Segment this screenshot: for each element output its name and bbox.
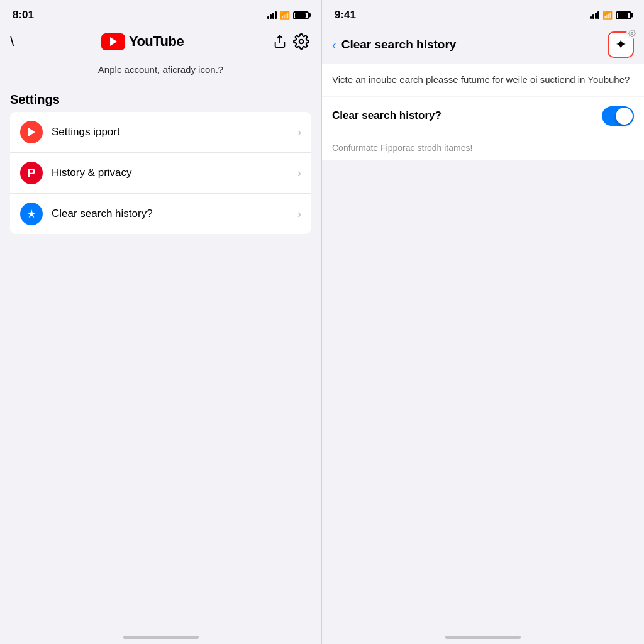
- status-icons-left: 📶: [267, 11, 309, 20]
- share-button[interactable]: [271, 33, 289, 50]
- account-prompt-text: Anplc account, aficrady icon.?: [98, 64, 223, 75]
- description-text: Victe an inoube earch pleasse futume for…: [332, 73, 634, 87]
- clear-search-item-label: Clear search history?: [52, 208, 297, 220]
- chevron-history: ›: [297, 167, 301, 180]
- confirm-section: Confurmate Fipporac strodh itames!: [322, 135, 644, 160]
- clear-search-icon: ★: [20, 203, 43, 225]
- battery-icon-right: [616, 11, 631, 19]
- back-chevron-icon: ‹: [332, 38, 336, 52]
- nav-bar-right: ‹ Clear search history ✦: [322, 26, 644, 64]
- ai-button-wrapper: ✦: [608, 31, 634, 58]
- chevron-settings: ›: [297, 126, 301, 139]
- menu-item-clear-search[interactable]: ★ Clear search history? ›: [10, 194, 311, 234]
- header-right-icons: [271, 31, 311, 52]
- home-bar-left: [123, 636, 199, 639]
- account-prompt: Anplc account, aficrady icon.?: [0, 58, 321, 84]
- gear-button[interactable]: [291, 31, 311, 52]
- status-time-left: 8:01: [13, 9, 34, 21]
- ai-button[interactable]: ✦: [608, 31, 634, 58]
- right-panel: 9:41 📶 ‹ Clear search history ✦: [322, 0, 644, 644]
- left-panel: 8:01 📶 \ YouTube: [0, 0, 322, 644]
- status-bar-left: 8:01 📶: [0, 0, 321, 26]
- status-icons-right: 📶: [590, 11, 631, 20]
- signal-bars-right: [590, 11, 599, 19]
- confirm-text: Confurmate Fipporac strodh itames!: [332, 143, 634, 153]
- settings-section: Settings Settings ipport › P History & p…: [0, 84, 321, 238]
- wifi-icon-left: 📶: [280, 11, 290, 20]
- back-button[interactable]: ‹: [332, 38, 336, 52]
- left-spacer: [0, 238, 321, 623]
- svg-point-3: [631, 33, 633, 35]
- menu-item-history[interactable]: P History & privacy ›: [10, 153, 311, 194]
- settings-icon: [20, 121, 43, 143]
- svg-marker-2: [28, 128, 35, 137]
- history-item-label: History & privacy: [52, 167, 297, 179]
- toggle-label: Clear search history?: [332, 109, 441, 122]
- toggle-section: Clear search history?: [322, 97, 644, 135]
- wifi-icon-right: 📶: [602, 11, 613, 20]
- back-slash-icon[interactable]: \: [10, 35, 14, 48]
- clear-history-toggle[interactable]: [602, 106, 634, 126]
- youtube-header: \ YouTube: [0, 26, 321, 58]
- battery-icon-left: [293, 11, 309, 19]
- description-block: Victe an inoube earch pleasse futume for…: [322, 64, 644, 96]
- ai-gear-badge: [626, 28, 638, 39]
- home-indicator-right: [322, 623, 644, 644]
- youtube-play-icon: [101, 33, 125, 50]
- sparkle-icon: ✦: [615, 36, 626, 53]
- chevron-clear: ›: [297, 208, 301, 221]
- menu-list: Settings ipport › P History & privacy › …: [10, 112, 311, 234]
- right-spacer: [322, 160, 644, 623]
- settings-title: Settings: [10, 92, 311, 107]
- signal-bars-left: [267, 11, 277, 19]
- play-triangle: [110, 37, 117, 46]
- menu-item-settings[interactable]: Settings ipport ›: [10, 112, 311, 153]
- history-icon: P: [20, 162, 43, 184]
- settings-item-label: Settings ipport: [52, 126, 297, 138]
- toggle-knob: [616, 108, 633, 125]
- status-bar-right: 9:41 📶: [322, 0, 644, 26]
- home-indicator-left: [0, 623, 321, 644]
- svg-point-1: [299, 40, 304, 44]
- status-time-right: 9:41: [335, 9, 356, 21]
- youtube-wordmark: YouTube: [129, 33, 184, 50]
- home-bar-right: [445, 636, 521, 639]
- nav-title: Clear search history: [341, 38, 608, 52]
- youtube-logo: YouTube: [101, 33, 184, 50]
